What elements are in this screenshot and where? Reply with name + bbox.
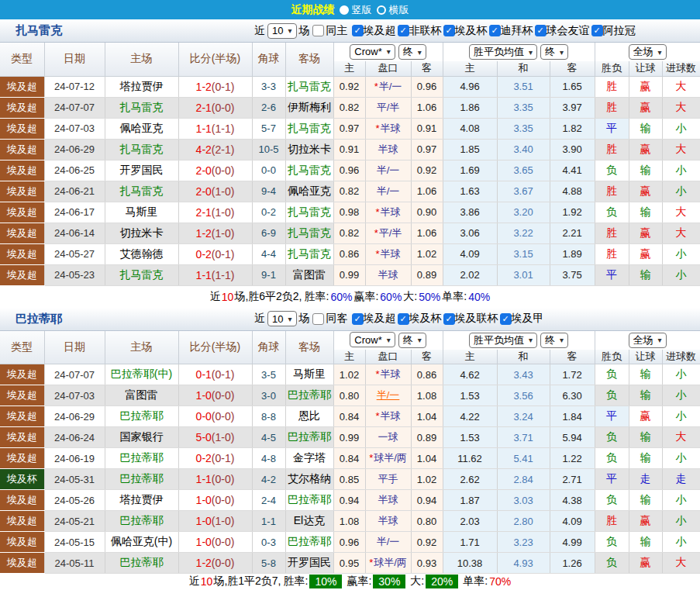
- match-date: 24-06-17: [44, 202, 105, 223]
- cell-text: 胜: [606, 514, 617, 526]
- half-score: (1-0): [212, 515, 235, 527]
- league-filter[interactable]: ✓非联杯: [398, 24, 442, 38]
- checkbox-icon[interactable]: ✓: [535, 25, 547, 36]
- europe-away-odds: 4.09: [550, 511, 595, 532]
- home-team: 巴拉蒂耶: [105, 511, 178, 532]
- match-result: 胜: [595, 76, 629, 97]
- league-filter[interactable]: ✓球会友谊: [535, 24, 590, 38]
- away-team: 马斯里: [285, 364, 333, 385]
- europe-away-odds: 4.38: [550, 490, 595, 511]
- cell-text: 6-9: [261, 227, 276, 239]
- europe-home-odds: 2.02: [443, 264, 497, 285]
- away-team: 巴拉蒂耶: [285, 385, 333, 406]
- odds-stage-select[interactable]: 终 ▾: [398, 333, 426, 348]
- checkbox-icon[interactable]: ✓: [489, 25, 501, 36]
- away-team: 艾尔格纳: [285, 469, 333, 490]
- goals-result: 大: [662, 427, 700, 448]
- cell-text: 24-06-24: [54, 432, 95, 443]
- match-date: 24-06-29: [44, 139, 105, 160]
- europe-stage-select[interactable]: 终 ▾: [540, 44, 568, 60]
- match-date: 24-07-03: [44, 118, 105, 139]
- section-header: 扎马雷克 近 10 ▾ 场 同主 ✓埃及超✓非联杯✓埃及杯✓迪拜杯✓球会友谊✓阿…: [0, 19, 700, 43]
- cell-text: 3.43: [513, 369, 533, 381]
- scope-value: 全场: [633, 45, 653, 59]
- match-score: 0-0(0-0): [178, 406, 252, 427]
- europe-home-odds: 2.62: [443, 469, 497, 490]
- checkbox-icon[interactable]: [312, 313, 324, 325]
- section-header: 巴拉蒂耶 近 10 ▾ 场 同客 ✓埃及超✓埃及杯✓埃及联杯✓埃及甲: [0, 308, 700, 331]
- cell-text: 4.99: [562, 537, 581, 548]
- match-score: 1-2(1-0): [178, 223, 252, 243]
- league-filter-label: 埃及联杯: [455, 312, 498, 326]
- checkbox-icon[interactable]: ✓: [443, 313, 455, 325]
- match-result: 负: [595, 490, 629, 511]
- scope-controls: 全场 ▾: [595, 331, 700, 350]
- half-score: (1-0): [212, 227, 235, 240]
- europe-home-odds: 4.62: [443, 364, 497, 385]
- away-team: 佩哈亚克: [285, 181, 333, 202]
- asian-home-odds: 0.82: [333, 223, 365, 243]
- europe-stage-select[interactable]: 终 ▾: [540, 333, 568, 348]
- match-score: 1-2(0-0): [178, 553, 252, 574]
- team-section-zamalek: 扎马雷克 近 10 ▾ 场 同主 ✓埃及超✓非联杯✓埃及杯✓迪拜杯✓球会友谊✓阿…: [0, 19, 700, 308]
- layout-option-horizontal[interactable]: 横版: [377, 3, 409, 17]
- league-badge: 埃及杯: [0, 469, 44, 490]
- games-count-select[interactable]: 10 ▾: [267, 23, 297, 39]
- league-filter[interactable]: ✓埃及超: [352, 312, 396, 326]
- scope-select[interactable]: 全场 ▾: [629, 333, 667, 348]
- europe-mean-select[interactable]: 胜平负均值 ▾: [469, 333, 537, 348]
- league-filter[interactable]: ✓埃及杯: [443, 24, 488, 38]
- league-filter-label: 迪拜杯: [501, 24, 533, 38]
- cell-text: 9-4: [261, 185, 276, 197]
- same-side-filter[interactable]: [312, 313, 324, 325]
- league-filter[interactable]: ✓埃及超: [352, 24, 396, 38]
- corner-score: 6-9: [252, 223, 285, 243]
- checkbox-icon[interactable]: ✓: [500, 313, 512, 325]
- checkbox-icon[interactable]: ✓: [591, 25, 603, 36]
- match-result: 胜: [595, 223, 629, 243]
- league-filter[interactable]: ✓阿拉冠: [591, 24, 636, 38]
- cell-text: 1.63: [460, 185, 479, 197]
- cell-text: 负: [606, 451, 617, 464]
- cell-text: 巴拉蒂耶: [120, 556, 164, 568]
- match-result: 胜: [595, 97, 629, 118]
- checkbox-icon[interactable]: ✓: [352, 313, 364, 325]
- europe-draw-odds: 3.01: [497, 264, 550, 285]
- league-filter[interactable]: ✓埃及杯: [398, 312, 442, 326]
- match-row: 埃及超24-06-21扎马雷克2-0(1-0)9-4佩哈亚克0.82半/一1.0…: [0, 181, 700, 202]
- match-date: 24-06-29: [44, 406, 105, 427]
- odds-company-select[interactable]: Crow* ▾: [350, 44, 395, 60]
- asian-away-odds: 0.89: [411, 427, 443, 448]
- chevron-down-icon: ▾: [288, 315, 291, 323]
- league-filter[interactable]: ✓埃及甲: [500, 312, 544, 326]
- cell-text: 3.71: [513, 432, 533, 443]
- cell-text: 4.88: [562, 185, 581, 197]
- handicap-value: 半球: [381, 206, 401, 218]
- radio-selected-icon[interactable]: [340, 5, 349, 15]
- same-side-filter[interactable]: [312, 25, 324, 36]
- odds-stage-select[interactable]: 终 ▾: [398, 44, 426, 60]
- checkbox-icon[interactable]: ✓: [398, 25, 409, 36]
- games-count-select[interactable]: 10 ▾: [267, 311, 297, 326]
- cell-text: 小: [676, 185, 687, 197]
- league-filter[interactable]: ✓埃及联杯: [443, 312, 498, 326]
- cell-text: 扎马雷克: [120, 185, 164, 197]
- checkbox-icon[interactable]: ✓: [443, 25, 455, 36]
- league-badge: 埃及超: [0, 427, 44, 448]
- cell-text: 走: [676, 472, 687, 485]
- scope-select[interactable]: 全场 ▾: [629, 44, 667, 60]
- asian-home-odds: 0.94: [333, 490, 365, 511]
- odds-company-select[interactable]: Crow* ▾: [350, 332, 395, 347]
- europe-mean-select[interactable]: 胜平负均值 ▾: [469, 44, 537, 60]
- cell-text: 0.94: [417, 495, 436, 506]
- cell-text: 1.04: [417, 411, 436, 423]
- cell-text: 塔拉贾伊: [120, 80, 164, 92]
- checkbox-icon[interactable]: ✓: [398, 313, 409, 325]
- layout-option-vertical[interactable]: 竖版: [340, 3, 372, 17]
- league-filter[interactable]: ✓迪拜杯: [489, 24, 533, 38]
- col-header-corner: 角球: [252, 331, 285, 364]
- checkbox-icon[interactable]: [312, 25, 324, 36]
- match-row: 埃及超24-05-21巴拉蒂耶1-0(1-0)1-1El达克1.08半球0.80…: [0, 511, 700, 532]
- radio-unselected-icon[interactable]: [377, 5, 386, 15]
- checkbox-icon[interactable]: ✓: [352, 25, 364, 36]
